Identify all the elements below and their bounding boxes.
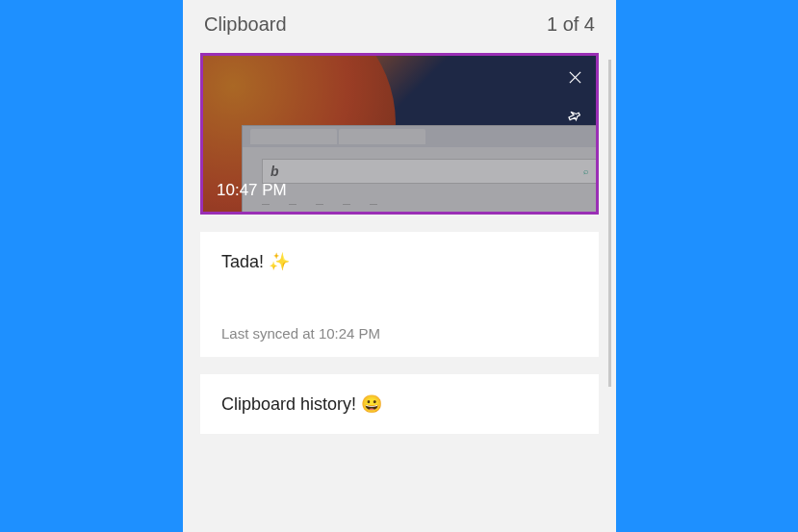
clipboard-panel: Clipboard 1 of 4 b ⌕: [183, 0, 616, 532]
clip-list: b ⌕ ————— 10:47 PM: [183, 45, 616, 532]
scrollbar[interactable]: [608, 60, 611, 387]
panel-header: Clipboard 1 of 4: [183, 0, 616, 45]
clip-text-content: Tada! ✨: [221, 251, 578, 272]
pin-clip-button[interactable]: [559, 100, 590, 131]
clip-text-content: Clipboard history! 😀: [221, 393, 578, 415]
clip-timestamp: 10:47 PM: [217, 181, 287, 200]
panel-counter: 1 of 4: [547, 13, 595, 36]
close-icon: [568, 70, 582, 85]
pin-icon: [567, 108, 582, 123]
clipboard-item-image[interactable]: b ⌕ ————— 10:47 PM: [200, 53, 599, 215]
panel-title: Clipboard: [204, 13, 287, 36]
clipboard-item-text[interactable]: Clipboard history! 😀: [200, 374, 599, 434]
clipboard-item-text[interactable]: Tada! ✨ Last synced at 10:24 PM: [200, 232, 599, 357]
clip-sync-status: Last synced at 10:24 PM: [221, 325, 578, 342]
delete-clip-button[interactable]: [559, 62, 590, 92]
